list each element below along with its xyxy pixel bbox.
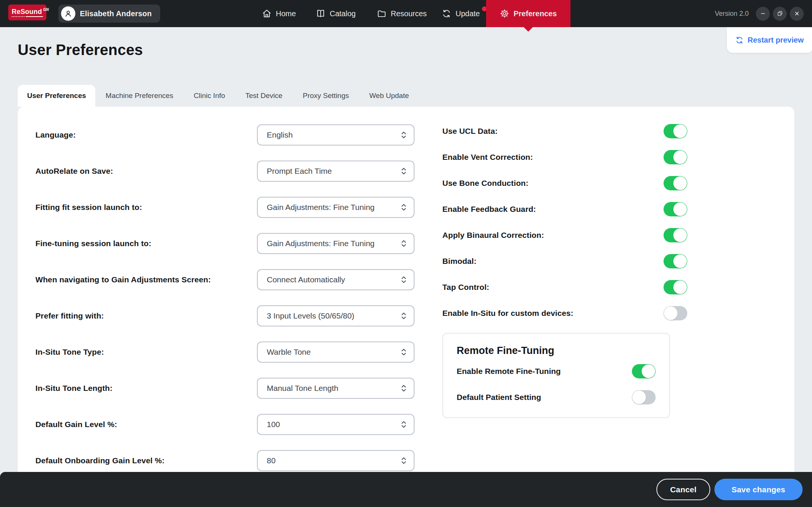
remote-fine-tuning-title: Remote Fine-Tuning bbox=[457, 345, 656, 357]
field-row-gain-navigation: When navigating to Gain Adjustments Scre… bbox=[35, 269, 414, 290]
update-refresh-icon bbox=[442, 9, 451, 18]
field-row-onboarding-gain: Default Onboarding Gain Level %: 80 bbox=[35, 450, 414, 471]
field-row-insitu-tone-length: In-Situ Tone Length: Manual Tone Length bbox=[35, 378, 414, 399]
close-icon bbox=[794, 10, 800, 17]
field-row-finetuning-launch: Fine-tuning session launch to: Gain Adju… bbox=[35, 233, 414, 254]
dropdown-settings-column: Language: English AutoRelate on Save: Pr… bbox=[35, 124, 414, 486]
version-label: Version 2.0 bbox=[715, 0, 749, 27]
chevron-up-down-icon bbox=[401, 347, 407, 357]
tap-control-toggle[interactable] bbox=[664, 280, 687, 294]
field-row-default-gain: Default Gain Level %: 100 bbox=[35, 414, 414, 435]
chevron-up-down-icon bbox=[401, 420, 407, 429]
page-title: User Preferences bbox=[18, 41, 143, 58]
nav-item-preferences[interactable]: Preferences bbox=[486, 0, 570, 27]
user-account-chip[interactable]: Elisabeth Anderson bbox=[58, 5, 160, 23]
field-label: Default Onboarding Gain Level %: bbox=[35, 456, 165, 465]
bimodal-toggle[interactable] bbox=[664, 254, 687, 268]
user-name-label: Elisabeth Anderson bbox=[80, 9, 152, 18]
chevron-up-down-icon bbox=[401, 202, 407, 212]
settings-panel: Language: English AutoRelate on Save: Pr… bbox=[18, 107, 794, 507]
toggle-row-tap-control: Tap Control: bbox=[442, 280, 687, 294]
autorelate-select[interactable]: Prompt Each Time bbox=[257, 161, 414, 182]
window-controls bbox=[756, 0, 804, 27]
insitu-tone-type-select[interactable]: Warble Tone bbox=[257, 342, 414, 363]
chevron-up-down-icon bbox=[401, 456, 407, 466]
toggle-settings-column: Use UCL Data: Enable Vent Correction: Us… bbox=[442, 124, 687, 418]
remote-fine-tuning-card: Remote Fine-Tuning Enable Remote Fine-Tu… bbox=[442, 333, 670, 418]
close-button[interactable] bbox=[790, 7, 804, 21]
chevron-up-down-icon bbox=[401, 383, 407, 393]
field-label: When navigating to Gain Adjustments Scre… bbox=[35, 275, 211, 284]
nav-item-label: Preferences bbox=[514, 9, 557, 18]
remote-fine-tuning-toggle[interactable] bbox=[632, 364, 656, 378]
default-patient-setting-toggle[interactable] bbox=[632, 390, 656, 404]
ucl-data-toggle[interactable] bbox=[664, 124, 687, 138]
restart-preview-button[interactable]: Restart preview bbox=[727, 27, 812, 53]
tab-user-preferences[interactable]: User Preferences bbox=[18, 85, 95, 107]
field-row-language: Language: English bbox=[35, 124, 414, 146]
tab-proxy-settings[interactable]: Proxy Settings bbox=[293, 85, 359, 107]
restart-preview-label: Restart preview bbox=[748, 36, 804, 44]
toggle-row-vent-correction: Enable Vent Correction: bbox=[442, 150, 687, 164]
tab-test-device[interactable]: Test Device bbox=[235, 85, 292, 107]
minimize-button[interactable] bbox=[756, 7, 770, 21]
restore-button[interactable] bbox=[773, 7, 787, 21]
resources-folder-icon bbox=[377, 9, 387, 18]
user-avatar-icon bbox=[61, 6, 75, 21]
vent-correction-toggle[interactable] bbox=[664, 150, 687, 164]
field-row-autorelate: AutoRelate on Save: Prompt Each Time bbox=[35, 161, 414, 182]
chevron-up-down-icon bbox=[401, 275, 407, 285]
bone-conduction-toggle[interactable] bbox=[664, 176, 687, 190]
field-label: AutoRelate on Save: bbox=[35, 167, 113, 176]
field-label: Fine-tuning session launch to: bbox=[35, 239, 151, 248]
prefer-fitting-select[interactable]: 3 Input Levels (50/65/80) bbox=[257, 305, 414, 326]
save-changes-button[interactable]: Save changes bbox=[714, 479, 803, 500]
toggle-row-binaural-correction: Apply Binaural Correction: bbox=[442, 228, 687, 242]
home-icon bbox=[262, 9, 272, 18]
field-label: Fitting fit session launch to: bbox=[35, 203, 142, 212]
cancel-button[interactable]: Cancel bbox=[656, 479, 710, 500]
nav-item-resources[interactable]: Resources bbox=[377, 0, 427, 27]
logo-gn-text: GN bbox=[43, 8, 49, 12]
field-row-insitu-tone-type: In-Situ Tone Type: Warble Tone bbox=[35, 342, 414, 363]
insitu-custom-devices-toggle[interactable] bbox=[664, 306, 687, 320]
action-bar: Cancel Save changes bbox=[0, 472, 812, 507]
toggle-row-insitu-custom: Enable In-Situ for custom devices: bbox=[442, 306, 687, 320]
default-gain-stepper[interactable]: 100 bbox=[257, 414, 414, 435]
minimize-icon bbox=[760, 10, 766, 17]
top-bar: ReSound GN Elisabeth Anderson Home bbox=[0, 0, 812, 27]
tab-machine-preferences[interactable]: Machine Preferences bbox=[95, 85, 184, 107]
finetuning-launch-select[interactable]: Gain Adjustments: Fine Tuning bbox=[257, 233, 414, 254]
tab-web-update[interactable]: Web Update bbox=[359, 85, 419, 107]
field-label: In-Situ Tone Type: bbox=[35, 348, 104, 357]
preferences-tab-bar: User Preferences Machine Preferences Cli… bbox=[18, 85, 419, 107]
application-window: ReSound GN Elisabeth Anderson Home bbox=[0, 0, 812, 507]
logo-underline bbox=[12, 16, 43, 17]
nav-item-update[interactable]: Update bbox=[442, 0, 480, 27]
chevron-up-down-icon bbox=[401, 311, 407, 321]
language-select[interactable]: English bbox=[257, 124, 414, 146]
logo-brand-text: ReSound bbox=[12, 8, 42, 15]
insitu-tone-length-select[interactable]: Manual Tone Length bbox=[257, 378, 414, 399]
toggle-row-bimodal: Bimodal: bbox=[442, 254, 687, 268]
binaural-correction-toggle[interactable] bbox=[664, 228, 687, 242]
feedback-guard-toggle[interactable] bbox=[664, 202, 687, 216]
toggle-row-ucl-data: Use UCL Data: bbox=[442, 124, 687, 138]
gain-navigation-select[interactable]: Connect Automatically bbox=[257, 269, 414, 290]
tab-clinic-info[interactable]: Clinic Info bbox=[184, 85, 235, 107]
onboarding-gain-stepper[interactable]: 80 bbox=[257, 450, 414, 471]
nav-item-home[interactable]: Home bbox=[262, 0, 296, 27]
fitting-launch-select[interactable]: Gain Adjustments: Fine Tuning bbox=[257, 197, 414, 218]
nav-item-label: Home bbox=[276, 9, 296, 18]
restart-refresh-icon bbox=[735, 36, 744, 44]
toggle-row-feedback-guard: Enable Feedback Guard: bbox=[442, 202, 687, 216]
resound-logo: ReSound GN bbox=[8, 5, 46, 20]
field-label: Prefer fitting with: bbox=[35, 311, 104, 320]
nav-item-catalog[interactable]: Catalog bbox=[316, 0, 356, 27]
nav-item-label: Update bbox=[456, 9, 480, 18]
field-row-prefer-fitting: Prefer fitting with: 3 Input Levels (50/… bbox=[35, 305, 414, 326]
field-row-fitting-launch: Fitting fit session launch to: Gain Adju… bbox=[35, 197, 414, 218]
nav-item-label: Resources bbox=[391, 9, 427, 18]
chevron-up-down-icon bbox=[401, 239, 407, 248]
nav-item-label: Catalog bbox=[330, 9, 356, 18]
